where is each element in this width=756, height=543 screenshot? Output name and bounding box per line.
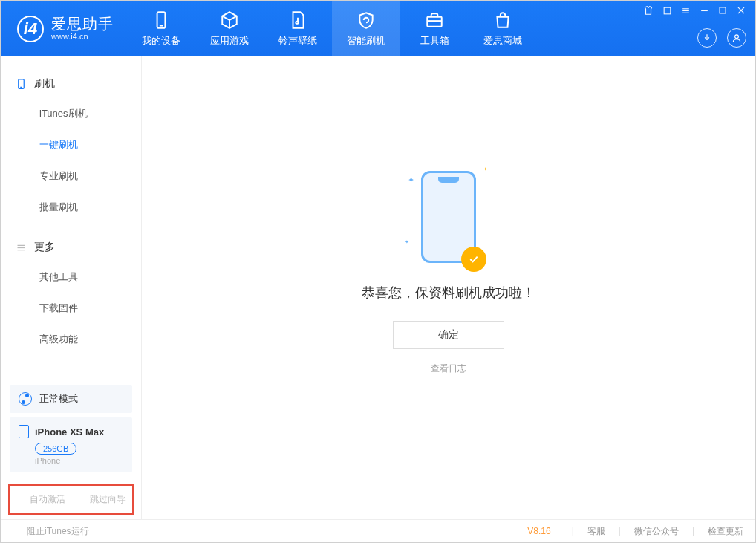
user-icon xyxy=(731,33,742,43)
box-icon[interactable] xyxy=(662,6,672,16)
account-button[interactable] xyxy=(727,28,746,48)
separator: | xyxy=(619,526,621,536)
nav-tabs: 我的设备 应用游戏 铃声壁纸 智能刷机 工具箱 爱思商城 xyxy=(127,1,537,56)
footer-link-wechat[interactable]: 微信公众号 xyxy=(634,525,679,538)
sidebar: 刷机 iTunes刷机 一键刷机 专业刷机 批量刷机 更多 其他工具 下载固件 … xyxy=(1,56,142,519)
tab-label: 智能刷机 xyxy=(347,34,385,48)
tab-apps-games[interactable]: 应用游戏 xyxy=(195,1,264,56)
logo-icon: i4 xyxy=(17,16,44,42)
checkbox-icon xyxy=(16,495,25,504)
mode-row[interactable]: 正常模式 xyxy=(10,385,132,413)
tab-ringtone-wallpaper[interactable]: 铃声壁纸 xyxy=(264,1,332,56)
app-title: 爱思助手 xyxy=(51,16,114,32)
sparkle-icon: ✦ xyxy=(483,166,488,172)
footer-link-update[interactable]: 检查更新 xyxy=(708,525,743,538)
main-content: ✦ ✦ ✦ 恭喜您，保资料刷机成功啦！ 确定 查看日志 xyxy=(142,56,755,519)
window-controls xyxy=(643,5,746,16)
device-row[interactable]: iPhone XS Max 256GB iPhone xyxy=(10,417,132,472)
header: i4 爱思助手 www.i4.cn 我的设备 应用游戏 铃声壁纸 智能刷机 工具… xyxy=(1,1,755,56)
sidebar-section-flash: 刷机 xyxy=(1,70,141,98)
sparkle-icon: ✦ xyxy=(405,239,409,245)
footer-link-support[interactable]: 客服 xyxy=(587,525,605,538)
sidebar-item-itunes-flash[interactable]: iTunes刷机 xyxy=(1,98,141,129)
mode-label: 正常模式 xyxy=(39,392,78,406)
section-title-label: 刷机 xyxy=(34,77,55,91)
cube-icon xyxy=(220,10,239,30)
checkbox-skip-guide[interactable]: 跳过向导 xyxy=(76,493,126,506)
device-type: iPhone xyxy=(35,456,123,465)
header-right xyxy=(643,1,746,56)
svg-rect-10 xyxy=(720,7,726,13)
sidebar-item-pro-flash[interactable]: 专业刷机 xyxy=(1,160,141,192)
sidebar-item-download-firmware[interactable]: 下载固件 xyxy=(1,293,141,324)
tab-label: 爱思商城 xyxy=(483,34,522,48)
checkbox-label: 自动激活 xyxy=(30,493,65,506)
app-url: www.i4.cn xyxy=(51,32,114,41)
bag-icon xyxy=(493,10,512,30)
highlighted-checkbox-area: 自动激活 跳过向导 xyxy=(8,484,134,515)
sidebar-item-batch-flash[interactable]: 批量刷机 xyxy=(1,192,141,223)
phone-icon xyxy=(151,10,171,30)
device-panel: 正常模式 iPhone XS Max 256GB iPhone xyxy=(10,385,132,472)
toolbox-icon xyxy=(425,10,444,30)
user-controls xyxy=(697,28,746,48)
svg-rect-3 xyxy=(427,16,442,26)
separator: | xyxy=(572,526,574,536)
device-name: iPhone XS Max xyxy=(35,426,104,438)
checkbox-label: 跳过向导 xyxy=(90,493,126,506)
checkbox-label: 阻止iTunes运行 xyxy=(27,525,89,538)
tab-store[interactable]: 爱思商城 xyxy=(469,1,537,56)
device-name-row: iPhone XS Max xyxy=(19,425,123,438)
download-icon xyxy=(702,33,712,43)
ok-button[interactable]: 确定 xyxy=(393,321,504,349)
device-phone-icon xyxy=(19,425,29,438)
sidebar-section-more: 更多 xyxy=(1,233,141,261)
checkbox-icon xyxy=(76,495,85,504)
footer-links: V8.16 | 客服 | 微信公众号 | 检查更新 xyxy=(527,525,743,538)
storage-badge: 256GB xyxy=(35,443,76,455)
sidebar-item-oneclick-flash[interactable]: 一键刷机 xyxy=(1,129,141,160)
tab-smart-flash[interactable]: 智能刷机 xyxy=(332,1,400,56)
download-button[interactable] xyxy=(697,28,717,48)
mode-icon xyxy=(19,392,32,406)
success-illustration: ✦ ✦ ✦ xyxy=(415,171,482,267)
svg-point-2 xyxy=(296,21,298,23)
separator: | xyxy=(692,526,694,536)
view-log-link[interactable]: 查看日志 xyxy=(431,362,466,375)
logo-area: i4 爱思助手 www.i4.cn xyxy=(1,16,127,42)
sparkle-icon: ✦ xyxy=(408,175,414,185)
check-badge-icon xyxy=(461,247,486,272)
refresh-shield-icon xyxy=(356,10,376,30)
footer: 阻止iTunes运行 V8.16 | 客服 | 微信公众号 | 检查更新 xyxy=(1,519,755,542)
body: 刷机 iTunes刷机 一键刷机 专业刷机 批量刷机 更多 其他工具 下载固件 … xyxy=(1,56,755,519)
tab-label: 应用游戏 xyxy=(210,34,249,48)
tab-my-device[interactable]: 我的设备 xyxy=(127,1,195,56)
sidebar-item-other-tools[interactable]: 其他工具 xyxy=(1,261,141,293)
tab-toolbox[interactable]: 工具箱 xyxy=(400,1,469,56)
more-icon xyxy=(16,242,27,253)
svg-rect-5 xyxy=(664,7,671,14)
checkbox-icon xyxy=(13,527,22,536)
success-message: 恭喜您，保资料刷机成功啦！ xyxy=(362,284,535,302)
maximize-icon[interactable] xyxy=(718,6,727,15)
logo-text: 爱思助手 www.i4.cn xyxy=(51,16,114,41)
close-icon[interactable] xyxy=(736,5,746,16)
menu-icon[interactable] xyxy=(681,6,691,16)
tab-label: 铃声壁纸 xyxy=(278,34,317,48)
shirt-icon[interactable] xyxy=(643,5,654,16)
checkbox-block-itunes[interactable]: 阻止iTunes运行 xyxy=(13,525,89,538)
checkbox-auto-activate[interactable]: 自动激活 xyxy=(16,493,65,506)
minimize-icon[interactable] xyxy=(700,6,709,16)
device-icon xyxy=(16,77,27,91)
music-file-icon xyxy=(288,10,307,30)
tab-label: 工具箱 xyxy=(420,34,449,48)
sidebar-item-advanced[interactable]: 高级功能 xyxy=(1,324,141,355)
section-title-label: 更多 xyxy=(34,241,55,254)
version-label: V8.16 xyxy=(527,526,550,536)
tab-label: 我的设备 xyxy=(142,34,180,48)
svg-point-13 xyxy=(735,35,739,39)
